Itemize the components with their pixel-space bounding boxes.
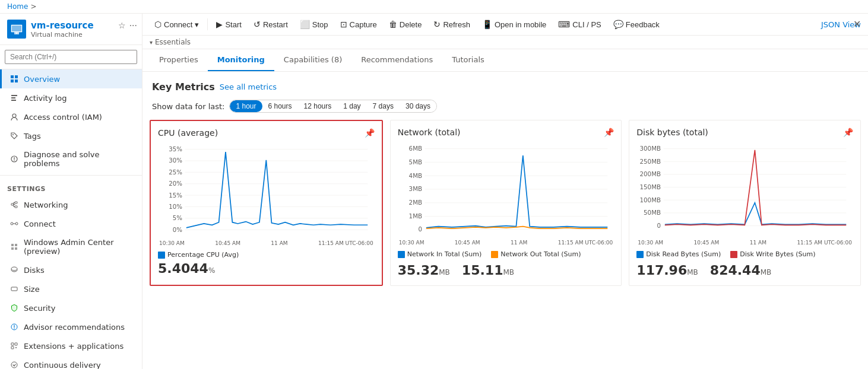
disk-pin-icon[interactable]: 📌	[843, 128, 853, 137]
svg-text:50MB: 50MB	[644, 209, 661, 216]
stop-button[interactable]: ⬜ Stop	[295, 17, 333, 31]
content-area: ✕ ⬡ Connect ▾ ▶ Start ↺ Restart ⬜	[142, 14, 868, 369]
start-button[interactable]: ▶ Start	[211, 17, 246, 31]
restart-icon: ↺	[254, 20, 261, 29]
sidebar-item-windows-admin[interactable]: Windows Admin Center (preview)	[0, 233, 142, 260]
connect-dropdown-icon: ▾	[195, 20, 199, 29]
sidebar-item-advisor[interactable]: Advisor recommendations	[0, 317, 142, 336]
delete-button[interactable]: 🗑 Delete	[384, 17, 427, 31]
disks-icon	[9, 265, 19, 275]
time-opt-30days[interactable]: 30 days	[400, 100, 436, 112]
stop-label: Stop	[312, 20, 328, 29]
advisor-icon	[9, 322, 19, 332]
delete-icon: 🗑	[389, 20, 397, 29]
sidebar: vm-resource Virtual machine ☆ ··· Ov	[0, 14, 142, 369]
time-opt-12hours[interactable]: 12 hours	[298, 100, 338, 112]
connect-btn-icon: ⬡	[154, 20, 161, 29]
cpu-chart-svg: 35% 30% 25% 20% 15% 10% 5% 0%	[158, 142, 375, 237]
size-label: Size	[24, 285, 40, 294]
sidebar-item-size[interactable]: Size	[0, 279, 142, 298]
svg-rect-11	[11, 100, 16, 101]
tab-recommendations[interactable]: Recommendations	[351, 49, 442, 71]
time-opt-7days[interactable]: 7 days	[367, 100, 400, 112]
svg-text:20%: 20%	[169, 180, 182, 187]
svg-rect-23	[15, 247, 17, 250]
cpu-legend: Percentage CPU (Avg)	[158, 251, 375, 259]
svg-text:100MB: 100MB	[640, 196, 661, 203]
disk-read-swatch	[636, 251, 644, 258]
sidebar-item-disks[interactable]: Disks	[0, 260, 142, 279]
network-in-value-number: 35.32	[398, 263, 439, 278]
sidebar-item-security[interactable]: Security	[0, 298, 142, 317]
network-pin-icon[interactable]: 📌	[604, 128, 614, 137]
disk-chart-card[interactable]: Disk bytes (total) 📌 300MB 250MB	[629, 120, 861, 286]
restart-label: Restart	[263, 20, 288, 29]
disk-read-unit: MB	[687, 268, 698, 276]
network-out-unit: MB	[503, 268, 514, 276]
network-out-value: 15.11MB	[462, 263, 514, 278]
network-chart-card[interactable]: Network (total) 📌 6MB 5MB 4	[390, 120, 622, 286]
tab-capabilities[interactable]: Capabilities (8)	[274, 49, 351, 71]
svg-rect-28	[11, 343, 14, 345]
sidebar-item-overview[interactable]: Overview	[0, 69, 142, 88]
stop-icon: ⬜	[300, 20, 310, 29]
sidebar-search	[0, 45, 142, 69]
open-mobile-button[interactable]: 📱 Open in mobile	[477, 17, 551, 31]
sidebar-item-activity-log[interactable]: Activity log	[0, 88, 142, 107]
restart-button[interactable]: ↺ Restart	[249, 17, 293, 31]
tabs: Properties Monitoring Capabilities (8) R…	[142, 49, 868, 72]
close-button[interactable]: ✕	[853, 18, 861, 30]
open-mobile-label: Open in mobile	[495, 20, 546, 29]
svg-rect-29	[15, 343, 17, 345]
cpu-pin-icon[interactable]: 📌	[365, 128, 375, 138]
breadcrumb-home[interactable]: Home	[7, 2, 28, 11]
essentials-bar: ▾ Essentials	[142, 36, 868, 49]
see-all-metrics-link[interactable]: See all metrics	[220, 82, 277, 91]
tab-monitoring[interactable]: Monitoring	[208, 49, 274, 71]
settings-section-label: Settings	[0, 178, 142, 195]
svg-text:6MB: 6MB	[408, 145, 422, 152]
time-opt-1day[interactable]: 1 day	[337, 100, 366, 112]
tab-properties[interactable]: Properties	[150, 49, 208, 71]
tab-tutorials[interactable]: Tutorials	[442, 49, 494, 71]
disk-write-swatch	[730, 251, 737, 258]
more-options-icon[interactable]: ···	[129, 21, 137, 30]
favorite-icon[interactable]: ☆	[118, 21, 126, 30]
time-opt-6hours[interactable]: 6 hours	[262, 100, 298, 112]
svg-point-18	[11, 222, 13, 225]
start-label: Start	[225, 20, 241, 29]
disk-read-legend-item: Disk Read Bytes (Sum)	[636, 250, 721, 258]
nav-divider-1	[0, 175, 142, 176]
sidebar-item-networking[interactable]: Networking	[0, 195, 142, 214]
disk-read-number: 117.96	[636, 263, 687, 278]
feedback-button[interactable]: 💬 Feedback	[609, 17, 664, 31]
cpu-chart-card[interactable]: CPU (average) 📌	[150, 120, 383, 286]
cli-ps-button[interactable]: ⌨ CLI / PS	[553, 17, 606, 31]
resource-header: vm-resource Virtual machine ☆ ···	[0, 14, 142, 45]
refresh-label: Refresh	[443, 20, 470, 29]
sidebar-item-connect[interactable]: Connect	[0, 214, 142, 233]
capture-button[interactable]: ⊡ Capture	[335, 17, 382, 31]
sidebar-item-diagnose[interactable]: Diagnose and solve problems	[0, 145, 142, 173]
breadcrumb-separator: >	[30, 2, 36, 11]
access-control-icon	[9, 112, 19, 122]
refresh-button[interactable]: ↻ Refresh	[429, 17, 475, 31]
feedback-icon: 💬	[613, 20, 623, 29]
activity-log-icon	[9, 93, 19, 103]
svg-rect-9	[11, 95, 17, 96]
svg-text:4MB: 4MB	[408, 172, 422, 179]
svg-rect-26	[11, 287, 17, 291]
search-input[interactable]	[5, 50, 137, 64]
metrics-header: Key Metrics See all metrics	[142, 72, 868, 97]
disk-legend: Disk Read Bytes (Sum) Disk Write Bytes (…	[636, 250, 853, 258]
time-opt-1hour[interactable]: 1 hour	[230, 100, 262, 112]
sidebar-item-access-control[interactable]: Access control (IAM)	[0, 107, 142, 126]
disks-label: Disks	[24, 266, 45, 275]
disk-chart-svg: 300MB 250MB 200MB 150MB 100MB 50MB 0	[636, 142, 853, 237]
toolbar: ⬡ Connect ▾ ▶ Start ↺ Restart ⬜ Stop	[142, 14, 868, 36]
sidebar-item-extensions[interactable]: Extensions + applications	[0, 336, 142, 355]
connect-button[interactable]: ⬡ Connect ▾	[150, 17, 204, 31]
sidebar-item-continuous-delivery[interactable]: Continuous delivery	[0, 355, 142, 369]
svg-text:200MB: 200MB	[640, 170, 661, 177]
sidebar-item-tags[interactable]: Tags	[0, 126, 142, 145]
